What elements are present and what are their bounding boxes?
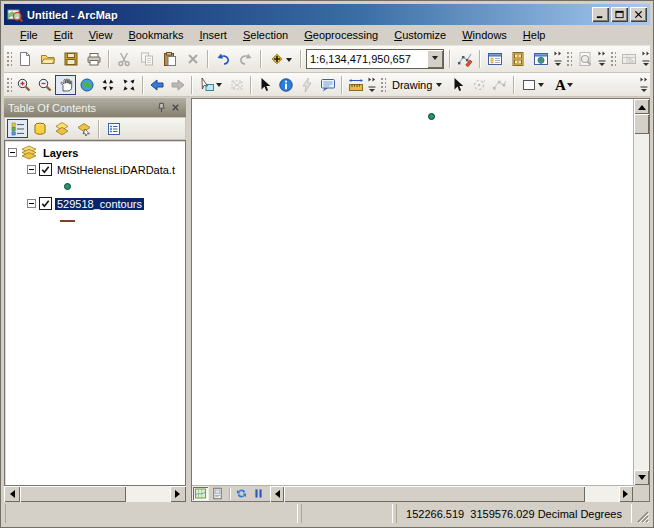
- edit-vertices-button[interactable]: [489, 75, 510, 95]
- expander-minus[interactable]: [27, 199, 36, 208]
- resize-grip[interactable]: [635, 509, 649, 523]
- back-extent-button[interactable]: [146, 75, 167, 95]
- drawing-toolbar-options-button[interactable]: [638, 74, 650, 96]
- toolbar-separator: [479, 50, 480, 68]
- full-extent-button[interactable]: [76, 75, 97, 95]
- layer-visibility-checkbox[interactable]: [39, 163, 52, 176]
- delete-button[interactable]: [181, 48, 204, 70]
- standard-toolbar-options-button[interactable]: [552, 48, 564, 70]
- list-by-visibility-button[interactable]: [51, 119, 72, 138]
- drawing-select-elements-button[interactable]: [447, 75, 468, 95]
- content-area: Table Of Contents LayersMtStHelensLiDARD…: [4, 97, 650, 502]
- menu-geoprocessing[interactable]: Geoprocessing: [296, 26, 386, 44]
- select-features-button[interactable]: [195, 75, 226, 95]
- toolbar-separator: [341, 76, 342, 94]
- hyperlink-button[interactable]: [296, 75, 317, 95]
- scroll-left-button[interactable]: [4, 486, 20, 502]
- scroll-right-button[interactable]: [619, 486, 633, 502]
- pin-icon[interactable]: [154, 101, 168, 115]
- measure-button[interactable]: [345, 75, 366, 95]
- map-vertical-scrollbar: [633, 99, 649, 485]
- scrollbar-thumb[interactable]: [284, 486, 585, 502]
- tools-toolbar-options-button[interactable]: [366, 74, 378, 96]
- zoom-out-button[interactable]: [34, 75, 55, 95]
- toc-options-button[interactable]: [103, 119, 124, 138]
- data-view-button[interactable]: [192, 486, 209, 501]
- menu-edit[interactable]: Edit: [46, 26, 81, 44]
- point-symbol[interactable]: [64, 183, 71, 190]
- menu-customize[interactable]: Customize: [386, 26, 454, 44]
- list-by-source-button[interactable]: [29, 119, 50, 138]
- maximize-button[interactable]: [611, 7, 628, 22]
- layout-view-button[interactable]: [209, 486, 226, 501]
- clear-selection-button[interactable]: [226, 75, 247, 95]
- scrollbar-thumb[interactable]: [634, 114, 649, 134]
- menu-insert[interactable]: Insert: [191, 26, 235, 44]
- add-data-button[interactable]: [264, 48, 297, 70]
- paste-button[interactable]: [158, 48, 181, 70]
- list-by-selection-button[interactable]: [73, 119, 94, 138]
- text-tool-button[interactable]: A: [548, 75, 579, 95]
- list-by-drawing-order-button[interactable]: [7, 119, 28, 138]
- rotate-element-button[interactable]: [468, 75, 489, 95]
- layout-toolbar-options-button[interactable]: [596, 48, 608, 70]
- expander-minus[interactable]: [8, 148, 17, 157]
- menu-windows[interactable]: Windows: [454, 26, 515, 44]
- scroll-left-button[interactable]: [270, 486, 284, 502]
- zoom-whole-page-button[interactable]: [573, 48, 596, 70]
- edit-tool-button[interactable]: [453, 48, 476, 70]
- forward-extent-button[interactable]: [167, 75, 188, 95]
- zoom-in-button[interactable]: [13, 75, 34, 95]
- layer-mtsthelens-lidar-label[interactable]: MtStHelensLiDARData.t: [55, 164, 177, 176]
- scrollbar-track[interactable]: [634, 134, 649, 470]
- drawing-menu[interactable]: Drawing: [387, 77, 447, 93]
- map-canvas[interactable]: [192, 99, 633, 485]
- combo-dropdown-button[interactable]: [427, 50, 443, 68]
- scrollbar-track[interactable]: [585, 486, 619, 502]
- expander-minus[interactable]: [27, 165, 36, 174]
- copy-button[interactable]: [135, 48, 158, 70]
- search-window-button[interactable]: [529, 48, 552, 70]
- close-button[interactable]: [630, 7, 647, 22]
- minimize-button[interactable]: [592, 7, 609, 22]
- open-button[interactable]: [36, 48, 59, 70]
- scroll-down-button[interactable]: [634, 470, 649, 485]
- fixed-zoom-out-button[interactable]: [118, 75, 139, 95]
- layer-group-layers-label[interactable]: Layers: [41, 147, 80, 159]
- select-elements-button[interactable]: [254, 75, 275, 95]
- menu-file[interactable]: File: [12, 26, 46, 44]
- identify-button[interactable]: [275, 75, 296, 95]
- forward-icon: [170, 77, 186, 93]
- close-icon[interactable]: [168, 101, 182, 115]
- new-document-button[interactable]: [13, 48, 36, 70]
- map-scale-combo[interactable]: 1:6,134,471,950,657: [306, 49, 444, 69]
- overview-window-button[interactable]: [617, 48, 640, 70]
- layer-529518-contours-label[interactable]: 529518_contours: [55, 198, 144, 210]
- rectangle-tool-button[interactable]: [517, 75, 548, 95]
- menu-selection[interactable]: Selection: [235, 26, 296, 44]
- scrollbar-thumb[interactable]: [20, 486, 126, 502]
- save-button[interactable]: [59, 48, 82, 70]
- pan-button[interactable]: [55, 75, 76, 95]
- undo-button[interactable]: [211, 48, 234, 70]
- menu-bookmarks[interactable]: Bookmarks: [120, 26, 191, 44]
- scroll-right-button[interactable]: [170, 486, 186, 502]
- layer-visibility-checkbox[interactable]: [39, 197, 52, 210]
- fixed-zoom-in-button[interactable]: [97, 75, 118, 95]
- html-popup-button[interactable]: [317, 75, 338, 95]
- map-scale-value[interactable]: 1:6,134,471,950,657: [307, 53, 427, 65]
- extra-toolbar-options-button[interactable]: [640, 48, 650, 70]
- line-symbol[interactable]: [60, 220, 75, 222]
- standard-toolbar: 1:6,134,471,950,657: [4, 46, 650, 73]
- refresh-view-button[interactable]: [233, 486, 250, 501]
- menu-view[interactable]: View: [81, 26, 121, 44]
- cut-button[interactable]: [112, 48, 135, 70]
- catalog-window-button[interactable]: [506, 48, 529, 70]
- menu-help[interactable]: Help: [515, 26, 554, 44]
- table-of-contents-window-button[interactable]: [483, 48, 506, 70]
- scrollbar-track[interactable]: [126, 486, 170, 502]
- pause-drawing-button[interactable]: [250, 486, 267, 501]
- print-button[interactable]: [82, 48, 105, 70]
- redo-button[interactable]: [234, 48, 257, 70]
- scroll-up-button[interactable]: [634, 99, 649, 114]
